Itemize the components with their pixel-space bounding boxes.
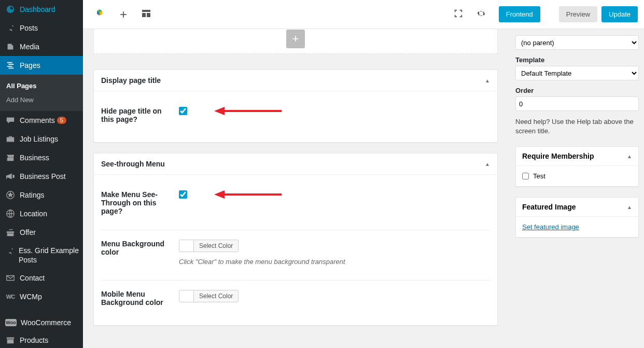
fullscreen-button[interactable]	[447, 3, 470, 26]
pin-icon	[5, 23, 16, 33]
page-builder-toolbar: + Frontend Preview Update	[83, 0, 644, 29]
admin-sidebar: Dashboard Posts Media Pages All Pages Ad…	[0, 0, 83, 348]
panel-title: See-through Menu	[101, 160, 165, 168]
see-through-menu-panel: See-through Menu ▲ Make Menu See-Through…	[93, 153, 498, 326]
sidebar-sub-add-new[interactable]: Add New	[0, 93, 83, 107]
plus-icon: +	[292, 32, 299, 46]
chevron-up-icon: ▲	[627, 154, 632, 159]
sidebar-item-contact[interactable]: Contact	[0, 269, 83, 287]
sidebar-item-posts[interactable]: Posts	[0, 19, 83, 37]
sidebar-item-ratings[interactable]: Ratings	[0, 186, 83, 204]
svg-rect-5	[147, 13, 150, 17]
parent-select[interactable]: (no parent)	[515, 35, 639, 50]
require-membership-header[interactable]: Require Membership ▲	[516, 147, 638, 166]
mobile-bg-color-label: Mobile Menu Background color	[101, 290, 179, 307]
order-input[interactable]	[515, 96, 639, 111]
store-icon	[5, 152, 16, 163]
dashboard-icon	[5, 4, 16, 15]
sidebar-sub-all-pages[interactable]: All Pages	[0, 79, 83, 93]
chevron-up-icon: ▲	[485, 161, 490, 167]
sidebar-item-wcmp[interactable]: WC WCMp	[0, 287, 83, 306]
sidebar-item-offer[interactable]: Offer	[0, 223, 83, 242]
archive-icon	[5, 335, 16, 345]
featured-image-box: Featured Image ▲ Set featured image	[515, 197, 639, 238]
panel-header-display-title[interactable]: Display page title ▲	[94, 70, 497, 91]
builder-logo[interactable]	[89, 3, 112, 26]
sidebar-item-woocommerce[interactable]: Woo WooCommerce	[0, 314, 83, 331]
order-label: Order	[515, 87, 639, 94]
panel-title: Display page title	[101, 76, 161, 85]
settings-button[interactable]	[470, 3, 493, 26]
update-button[interactable]: Update	[601, 6, 638, 22]
woocommerce-icon: Woo	[5, 319, 17, 326]
template-label: Template	[515, 56, 639, 64]
sidebar-label: Job Listings	[20, 135, 58, 143]
sidebar-label: WCMp	[20, 293, 42, 301]
fullscreen-icon	[454, 9, 463, 20]
builder-drop-area[interactable]: +	[93, 29, 498, 54]
comment-icon	[5, 115, 16, 126]
select-color-button[interactable]: Select Color	[194, 240, 238, 252]
test-membership-checkbox[interactable]	[522, 173, 529, 179]
require-membership-box: Require Membership ▲ Test	[515, 146, 639, 187]
menu-bg-color-picker[interactable]: Select Color	[179, 240, 239, 252]
gift-icon	[5, 227, 16, 238]
sidebar-item-ess-grid[interactable]: Ess. Grid Example Posts	[0, 242, 83, 269]
chevron-up-icon: ▲	[485, 78, 490, 83]
sidebox-title: Featured Image	[522, 203, 576, 211]
menu-bg-note: Click "Clear" to make the menu backgroun…	[179, 258, 490, 266]
mobile-bg-color-picker[interactable]: Select Color	[179, 290, 239, 302]
sidebar-item-business-post[interactable]: Business Post	[0, 167, 83, 186]
sidebar-item-products[interactable]: Products	[0, 331, 83, 348]
sidebar-label: Products	[20, 336, 48, 344]
sidebar-item-pages[interactable]: Pages	[0, 56, 83, 75]
chevron-up-icon: ▲	[627, 204, 632, 210]
layout-icon	[141, 8, 151, 21]
sidebar-label: Posts	[20, 24, 38, 32]
pin-icon	[5, 246, 15, 256]
set-featured-image-link[interactable]: Set featured image	[522, 223, 579, 231]
display-page-title-panel: Display page title ▲ Hide page title on …	[93, 69, 498, 143]
frontend-button[interactable]: Frontend	[499, 6, 540, 22]
make-see-through-label: Make Menu See-Through on this page?	[101, 190, 179, 215]
comments-count-badge: 5	[57, 117, 66, 124]
add-element-button[interactable]: +	[112, 3, 135, 26]
sidebar-label: Comments	[20, 116, 55, 124]
test-membership-label: Test	[533, 172, 545, 180]
sidebar-item-location[interactable]: Location	[0, 204, 83, 223]
sidebar-label: Location	[20, 210, 47, 218]
hide-page-title-checkbox[interactable]	[179, 107, 187, 115]
make-see-through-checkbox[interactable]	[179, 190, 187, 199]
sidebar-label: Business Post	[20, 172, 66, 180]
sidebar-item-job-listings[interactable]: Job Listings	[0, 130, 83, 148]
sidebar-item-media[interactable]: Media	[0, 37, 83, 56]
pages-icon	[5, 60, 16, 71]
main-content: + Display page title ▲ Hide page title o…	[83, 29, 508, 348]
gear-icon	[476, 8, 486, 21]
select-color-button[interactable]: Select Color	[194, 290, 238, 302]
mail-icon	[5, 273, 16, 283]
svg-rect-4	[142, 13, 146, 17]
sidebar-item-dashboard[interactable]: Dashboard	[0, 0, 83, 19]
star-icon	[5, 190, 16, 200]
briefcase-icon	[5, 134, 16, 144]
sidebar-label: WooCommerce	[21, 318, 71, 327]
template-select[interactable]: Default Template	[515, 66, 639, 80]
media-icon	[5, 41, 16, 52]
sidebar-label: Business	[20, 154, 49, 162]
megaphone-icon	[5, 171, 16, 182]
panel-header-see-through[interactable]: See-through Menu ▲	[94, 154, 497, 175]
hide-page-title-label: Hide page title on this page?	[101, 107, 179, 123]
sidebox-title: Require Membership	[522, 152, 594, 160]
sidebar-label: Ess. Grid Example Posts	[19, 246, 79, 265]
globe-icon	[5, 208, 16, 219]
preview-button[interactable]: Preview	[559, 6, 597, 22]
svg-rect-3	[142, 10, 150, 12]
builder-add-button[interactable]: +	[286, 30, 305, 48]
help-text: Need help? Use the Help tab above the sc…	[515, 117, 639, 136]
templates-button[interactable]	[135, 3, 158, 26]
sidebar-label: Offer	[20, 228, 36, 236]
featured-image-header[interactable]: Featured Image ▲	[516, 198, 638, 217]
sidebar-item-comments[interactable]: Comments 5	[0, 111, 83, 130]
sidebar-item-business[interactable]: Business	[0, 148, 83, 167]
